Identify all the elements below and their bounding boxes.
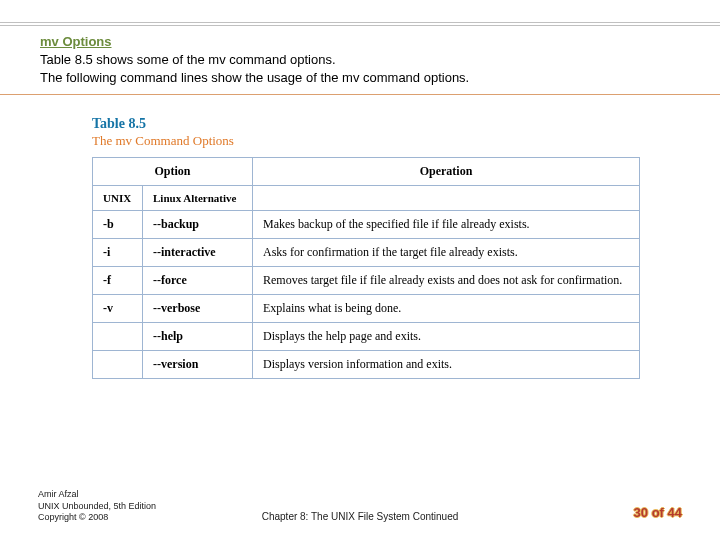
author-name: Amir Afzal [38,489,79,499]
table-title: The mv Command Options [92,133,640,149]
subcol-linux: Linux Alternative [143,186,253,211]
cell-unix [93,323,143,351]
top-divider [0,22,720,28]
cell-linux: --force [143,267,253,295]
table-header-row: Option Operation [93,158,640,186]
cell-op: Removes target file if file already exis… [253,267,640,295]
orange-separator [0,94,720,95]
subcol-op-empty [253,186,640,211]
cell-op: Explains what is being done. [253,295,640,323]
intro-line-2: The following command lines show the usa… [40,70,469,85]
book-title: UNIX Unbounded, 5th Edition [38,501,156,511]
table-8-5: Table 8.5 The mv Command Options Option … [92,116,640,379]
cell-linux: --interactive [143,239,253,267]
col-option: Option [93,158,253,186]
subcol-unix: UNIX [93,186,143,211]
table-row: -i --interactive Asks for confirmation i… [93,239,640,267]
cell-unix: -f [93,267,143,295]
table-subheader-row: UNIX Linux Alternative [93,186,640,211]
cell-op: Asks for confirmation if the target file… [253,239,640,267]
section-heading: mv Options [40,34,680,49]
slide: mv Options Table 8.5 shows some of the m… [0,0,720,540]
table-label: Table 8.5 [92,116,640,132]
table-row: --help Displays the help page and exits. [93,323,640,351]
cell-linux: --backup [143,211,253,239]
cell-linux: --verbose [143,295,253,323]
chapter-title: Chapter 8: The UNIX File System Continue… [38,511,682,522]
table-row: -v --verbose Explains what is being done… [93,295,640,323]
table-row: -f --force Removes target file if file a… [93,267,640,295]
cell-unix [93,351,143,379]
intro-line-1: Table 8.5 shows some of the mv command o… [40,52,336,67]
cell-op: Displays the help page and exits. [253,323,640,351]
mv-options-table: Option Operation UNIX Linux Alternative … [92,157,640,379]
cell-unix: -i [93,239,143,267]
intro-text: Table 8.5 shows some of the mv command o… [40,51,680,86]
slide-footer: Amir Afzal UNIX Unbounded, 5th Edition C… [38,476,682,524]
cell-linux: --help [143,323,253,351]
content-area: mv Options Table 8.5 shows some of the m… [40,34,680,86]
table-row: -b --backup Makes backup of the specifie… [93,211,640,239]
page-number: 30 of 44 [634,505,682,520]
cell-op: Makes backup of the specified file if fi… [253,211,640,239]
col-operation: Operation [253,158,640,186]
cell-unix: -v [93,295,143,323]
cell-linux: --version [143,351,253,379]
cell-unix: -b [93,211,143,239]
cell-op: Displays version information and exits. [253,351,640,379]
table-row: --version Displays version information a… [93,351,640,379]
